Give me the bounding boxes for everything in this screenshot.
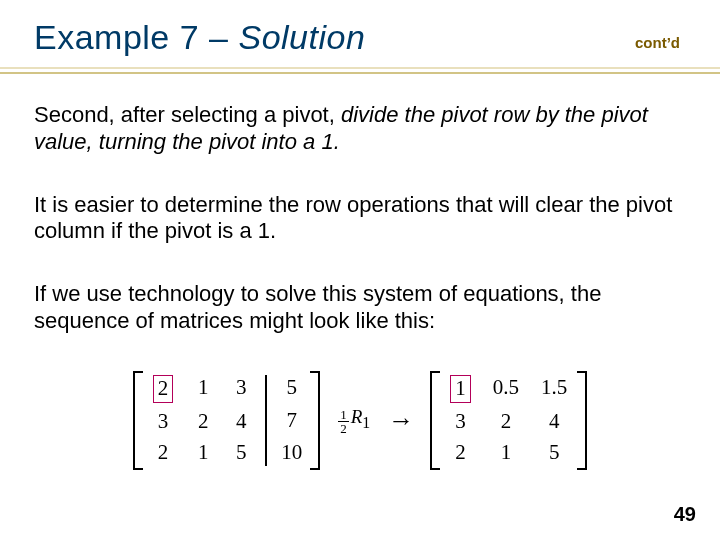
m2-r3c2: 1 (493, 440, 519, 466)
math-row: 2 1 3 3 2 4 2 1 5 5 7 10 (133, 371, 588, 470)
m2-r1c2: 0.5 (493, 375, 519, 403)
body: Second, after selecting a pivot, divide … (0, 72, 720, 477)
title-bar: Example 7 – Solution cont’d (0, 0, 720, 72)
m1-r1c1: 2 (153, 375, 174, 403)
m1-a2: 7 (281, 408, 302, 434)
m2-r2c3: 4 (541, 409, 567, 435)
para-1: Second, after selecting a pivot, divide … (34, 102, 686, 156)
m2-r2c1: 3 (450, 409, 471, 435)
rule-top (0, 67, 720, 69)
contd-label: cont’d (635, 34, 680, 51)
frac-den: 2 (338, 421, 349, 435)
m1-r3c2: 1 (195, 440, 211, 466)
m1-r1c3: 3 (233, 375, 249, 403)
slide: Example 7 – Solution cont’d Second, afte… (0, 0, 720, 540)
m1-r3c1: 2 (153, 440, 174, 466)
aug-bar-left (265, 375, 267, 466)
para-2: It is easier to determine the row operat… (34, 192, 686, 246)
m1-r2c3: 4 (233, 409, 249, 435)
bracket-l (133, 371, 143, 470)
bracket-r (310, 371, 320, 470)
rule-bottom (0, 72, 720, 74)
m2-r1c1: 1 (450, 375, 471, 403)
matrix-right-body: 1 0.5 1.5 3 2 4 2 1 5 (440, 371, 577, 470)
matrix-left-body: 2 1 3 3 2 4 2 1 5 (143, 371, 260, 470)
slide-title: Example 7 – Solution (34, 18, 686, 57)
m2-r3c1: 2 (450, 440, 471, 466)
para-3: If we use technology to solve this syste… (34, 281, 686, 335)
para-1a: Second, after selecting a pivot, (34, 102, 341, 127)
half-frac: 1 2 (338, 408, 349, 435)
m1-a3: 10 (281, 440, 302, 466)
matrix-right: 1 0.5 1.5 3 2 4 2 1 5 (430, 371, 587, 470)
m2-r2c2: 2 (493, 409, 519, 435)
pivot-right: 1 (450, 375, 471, 403)
op-R: R (351, 406, 363, 427)
m1-r2c1: 3 (153, 409, 174, 435)
pivot-left: 2 (153, 375, 174, 403)
m1-r1c2: 1 (195, 375, 211, 403)
math-block: 2 1 3 3 2 4 2 1 5 5 7 10 (34, 371, 686, 477)
page-number: 49 (674, 503, 696, 526)
op-sub: 1 (362, 414, 370, 431)
m2-r3c3: 5 (541, 440, 567, 466)
matrix-left: 2 1 3 3 2 4 2 1 5 5 7 10 (133, 371, 321, 470)
frac-num: 1 (340, 408, 347, 421)
bracket-r2 (577, 371, 587, 470)
aug-col-left: 5 7 10 (273, 371, 310, 470)
arrow-icon: → (388, 405, 412, 437)
title-italic: Solution (238, 18, 365, 56)
title-prefix: Example 7 – (34, 18, 238, 56)
m2-r1c3: 1.5 (541, 375, 567, 403)
m1-r3c3: 5 (233, 440, 249, 466)
m1-r2c2: 2 (195, 409, 211, 435)
row-op: 1 2 R1 (338, 405, 370, 435)
m1-a1: 5 (281, 375, 302, 401)
bracket-l2 (430, 371, 440, 470)
